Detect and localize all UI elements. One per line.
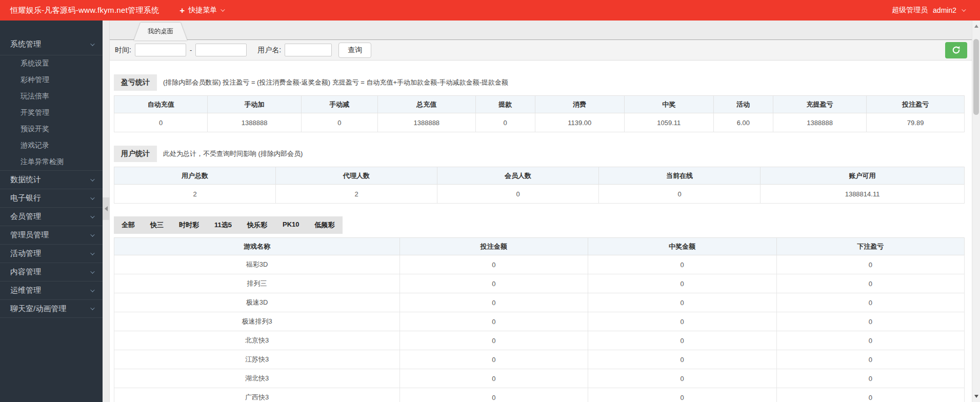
game-category-tab[interactable]: 快乐彩 [239,216,275,234]
sidebar-item-label: 数据统计 [10,175,41,185]
game-bet-cell: 0 [400,388,588,402]
user-name-label: admin2 [933,6,956,14]
search-button[interactable]: 查询 [338,43,371,58]
sidebar-item-label: 运维管理 [10,286,41,295]
game-row: 极速3D 0 0 0 [114,293,965,312]
sidebar-collapse-handle[interactable] [103,197,110,220]
sidebar-item[interactable]: 系统设置 [0,55,103,72]
games-header-cell: 中奖金额 [588,238,776,255]
sidebar-item[interactable]: 数据统计 [0,170,103,189]
time-start-input[interactable] [135,44,186,56]
game-win-cell: 0 [588,350,776,369]
game-category-tab[interactable]: 快三 [143,216,171,234]
game-row: 福彩3D 0 0 0 [114,255,965,274]
users-header-cell: 当前在线 [599,167,761,185]
sidebar-item-label: 游戏记录 [21,141,49,150]
profit-value-cell: 0 [114,113,208,132]
profit-value-cell: 0 [475,113,535,132]
game-profit-cell: 0 [776,350,964,369]
game-win-cell: 0 [588,293,776,312]
game-name-cell: 江苏快3 [114,350,400,369]
game-bet-cell: 0 [400,369,588,388]
scroll-down-icon[interactable] [974,395,978,398]
game-name-cell: 排列三 [114,274,400,293]
time-end-input[interactable] [195,44,247,56]
profit-value-cell: 6.00 [713,113,773,132]
game-category-tab[interactable]: 11选5 [207,216,239,234]
sidebar-item[interactable]: 聊天室/动画管理 [0,299,103,318]
refresh-button[interactable] [945,42,967,58]
sidebar-item[interactable]: 预设开奖 [0,121,103,137]
users-value-cell: 2 [276,185,437,204]
sidebar-item[interactable]: 开奖管理 [0,105,103,121]
profit-value-cell: 79.89 [867,113,965,132]
chevron-down-icon [90,269,94,273]
sidebar-item-label: 系统设置 [21,59,49,68]
sidebar-item-label: 内容管理 [10,267,41,277]
time-label: 时间: [115,46,131,55]
scroll-up-icon[interactable] [974,25,978,28]
profit-value-cell: 1388888 [773,113,866,132]
sidebar-item[interactable]: 活动管理 [0,244,103,263]
games-header-cell: 下注盈亏 [776,238,964,255]
game-name-cell: 湖北快3 [114,369,400,388]
game-category-tab[interactable]: 时时彩 [171,216,207,234]
users-header-row: 用户总数代理人数会员人数当前在线账户可用 [114,167,965,185]
triangle-left-icon [105,206,108,211]
profit-header-cell: 自动充值 [114,96,208,113]
scrollbar-thumb[interactable] [973,39,979,115]
users-value-cell: 2 [114,185,276,204]
sidebar-item[interactable]: 电子银行 [0,189,103,207]
dashboard-main: 盈亏统计 (排除内部会员数据) 投注盈亏 = (投注消费金额-返奖金额) 充提盈… [110,74,980,402]
game-profit-cell: 0 [776,312,964,331]
sidebar-item-label: 会员管理 [10,212,41,222]
quick-menu-label: 快捷菜单 [188,6,217,15]
tab-my-desktop[interactable]: 我的桌面 [134,23,187,41]
sidebar-item[interactable]: 系统管理 [0,34,103,55]
users-value-cell: 0 [599,185,761,204]
refresh-icon [951,45,961,55]
game-category-tab[interactable]: 低频彩 [307,216,343,234]
username-label: 用户名: [257,46,281,55]
game-profit-cell: 0 [776,255,964,274]
game-row: 湖北快3 0 0 0 [114,369,965,388]
tab-bar: 我的桌面 [110,21,980,40]
game-row: 广西快3 0 0 0 [114,388,965,402]
sidebar-item[interactable]: 会员管理 [0,207,103,226]
sidebar-item[interactable]: 游戏记录 [0,137,103,154]
game-bet-cell: 0 [400,293,588,312]
game-category-tab[interactable]: 全部 [114,216,143,234]
vertical-scrollbar[interactable] [972,21,980,402]
sidebar-item-label: 电子银行 [10,193,41,203]
sidebar-item-label: 注单异常检测 [21,157,64,167]
game-profit-cell: 0 [776,369,964,388]
sidebar-item[interactable]: 注单异常检测 [0,154,103,170]
game-name-cell: 福彩3D [114,255,400,274]
profit-header-cell: 中奖 [624,96,713,113]
chevron-down-icon [962,7,966,11]
game-profit-cell: 0 [776,388,964,402]
chevron-down-icon [90,232,94,236]
game-name-cell: 极速排列3 [114,312,400,331]
range-separator: - [190,46,192,54]
sidebar-item[interactable]: 内容管理 [0,263,103,281]
game-bet-cell: 0 [400,350,588,369]
quick-menu-button[interactable]: + 快捷菜单 [179,6,224,15]
sidebar-item-label: 系统管理 [10,39,41,49]
user-menu-button[interactable]: 超级管理员 admin2 [892,6,965,15]
profit-table: 自动充值手动加手动减总充值提款消费中奖活动充提盈亏投注盈亏 0138888801… [114,95,965,132]
plus-icon: + [179,6,185,15]
game-win-cell: 0 [588,274,776,293]
sidebar-item-label: 聊天室/动画管理 [10,304,66,314]
profit-header-cell: 总充值 [377,96,475,113]
sidebar-item[interactable]: 玩法倍率 [0,88,103,105]
game-profit-cell: 0 [776,331,964,350]
sidebar-item[interactable]: 彩种管理 [0,72,103,88]
sidebar-item[interactable]: 运维管理 [0,281,103,299]
profit-header-row: 自动充值手动加手动减总充值提款消费中奖活动充提盈亏投注盈亏 [114,96,965,113]
sidebar-item[interactable]: 管理员管理 [0,226,103,244]
game-name-cell: 广西快3 [114,388,400,402]
users-value-cell: 0 [437,185,599,204]
game-category-tab[interactable]: PK10 [275,216,307,234]
username-input[interactable] [285,44,332,56]
